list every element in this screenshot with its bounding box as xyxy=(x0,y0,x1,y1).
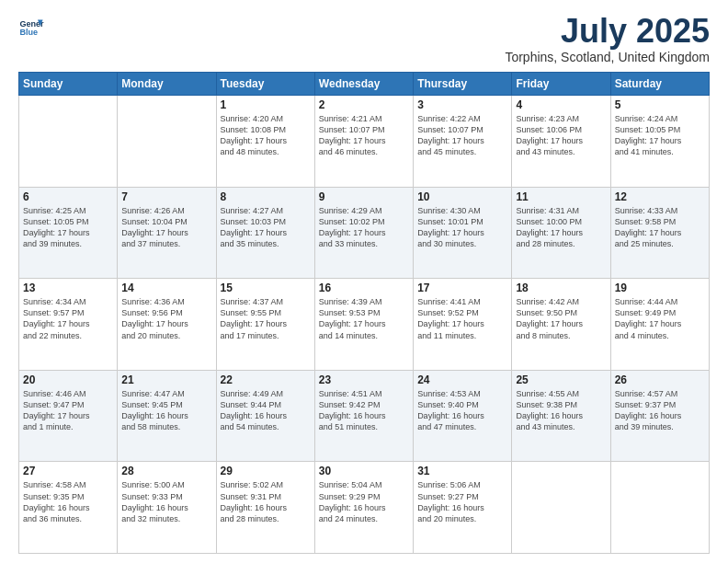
day-info: Sunrise: 4:37 AM Sunset: 9:55 PM Dayligh… xyxy=(221,296,311,341)
day-number: 12 xyxy=(615,190,705,203)
day-number: 22 xyxy=(221,373,311,386)
day-info: Sunrise: 5:02 AM Sunset: 9:31 PM Dayligh… xyxy=(221,479,311,524)
header: General Blue July 2025 Torphins, Scotlan… xyxy=(18,15,710,64)
day-number: 14 xyxy=(121,282,211,294)
day-number: 26 xyxy=(615,373,705,386)
subtitle: Torphins, Scotland, United Kingdom xyxy=(505,50,710,64)
day-info: Sunrise: 4:30 AM Sunset: 10:01 PM Daylig… xyxy=(417,205,507,250)
table-row: 23Sunrise: 4:51 AM Sunset: 9:42 PM Dayli… xyxy=(314,370,413,462)
main-title: July 2025 xyxy=(505,15,710,48)
calendar-header-row: Sunday Monday Tuesday Wednesday Thursday… xyxy=(19,73,710,96)
day-number: 23 xyxy=(319,373,409,386)
calendar-week-row: 6Sunrise: 4:25 AM Sunset: 10:05 PM Dayli… xyxy=(19,187,710,279)
col-tuesday: Tuesday xyxy=(216,73,314,96)
table-row: 11Sunrise: 4:31 AM Sunset: 10:00 PM Dayl… xyxy=(512,187,610,279)
day-number: 7 xyxy=(121,190,211,203)
day-number: 13 xyxy=(23,282,113,294)
table-row: 25Sunrise: 4:55 AM Sunset: 9:38 PM Dayli… xyxy=(512,370,610,462)
day-info: Sunrise: 4:49 AM Sunset: 9:44 PM Dayligh… xyxy=(221,388,311,433)
day-info: Sunrise: 4:31 AM Sunset: 10:00 PM Daylig… xyxy=(516,205,606,250)
day-number: 30 xyxy=(319,465,409,477)
day-info: Sunrise: 4:21 AM Sunset: 10:07 PM Daylig… xyxy=(319,113,409,158)
table-row xyxy=(610,462,709,554)
table-row: 4Sunrise: 4:23 AM Sunset: 10:06 PM Dayli… xyxy=(512,96,610,188)
table-row: 21Sunrise: 4:47 AM Sunset: 9:45 PM Dayli… xyxy=(118,370,216,462)
day-number: 5 xyxy=(615,98,705,111)
calendar-week-row: 13Sunrise: 4:34 AM Sunset: 9:57 PM Dayli… xyxy=(19,279,710,371)
title-block: July 2025 Torphins, Scotland, United Kin… xyxy=(505,15,710,64)
day-number: 9 xyxy=(319,190,409,203)
day-info: Sunrise: 4:27 AM Sunset: 10:03 PM Daylig… xyxy=(221,205,311,250)
table-row: 16Sunrise: 4:39 AM Sunset: 9:53 PM Dayli… xyxy=(314,279,413,371)
day-info: Sunrise: 4:29 AM Sunset: 10:02 PM Daylig… xyxy=(319,205,409,250)
page: General Blue July 2025 Torphins, Scotlan… xyxy=(0,0,728,563)
day-info: Sunrise: 4:22 AM Sunset: 10:07 PM Daylig… xyxy=(417,113,507,158)
col-sunday: Sunday xyxy=(19,73,118,96)
table-row: 17Sunrise: 4:41 AM Sunset: 9:52 PM Dayli… xyxy=(414,279,512,371)
col-wednesday: Wednesday xyxy=(314,73,413,96)
day-info: Sunrise: 4:26 AM Sunset: 10:04 PM Daylig… xyxy=(121,205,211,250)
day-number: 1 xyxy=(221,98,311,111)
day-number: 29 xyxy=(221,465,311,477)
day-number: 21 xyxy=(121,373,211,386)
day-info: Sunrise: 4:41 AM Sunset: 9:52 PM Dayligh… xyxy=(417,296,507,341)
day-number: 8 xyxy=(221,190,311,203)
table-row: 31Sunrise: 5:06 AM Sunset: 9:27 PM Dayli… xyxy=(414,462,512,554)
day-info: Sunrise: 4:42 AM Sunset: 9:50 PM Dayligh… xyxy=(516,296,606,341)
table-row: 18Sunrise: 4:42 AM Sunset: 9:50 PM Dayli… xyxy=(512,279,610,371)
day-number: 31 xyxy=(417,465,507,477)
day-number: 25 xyxy=(516,373,606,386)
day-number: 28 xyxy=(121,465,211,477)
table-row: 8Sunrise: 4:27 AM Sunset: 10:03 PM Dayli… xyxy=(216,187,314,279)
day-info: Sunrise: 4:34 AM Sunset: 9:57 PM Dayligh… xyxy=(23,296,113,341)
day-info: Sunrise: 4:53 AM Sunset: 9:40 PM Dayligh… xyxy=(417,388,507,433)
day-number: 24 xyxy=(417,373,507,386)
day-info: Sunrise: 4:57 AM Sunset: 9:37 PM Dayligh… xyxy=(615,388,705,433)
day-number: 6 xyxy=(23,190,113,203)
day-number: 20 xyxy=(23,373,113,386)
table-row xyxy=(512,462,610,554)
day-info: Sunrise: 4:55 AM Sunset: 9:38 PM Dayligh… xyxy=(516,388,606,433)
table-row: 6Sunrise: 4:25 AM Sunset: 10:05 PM Dayli… xyxy=(19,187,118,279)
table-row: 10Sunrise: 4:30 AM Sunset: 10:01 PM Dayl… xyxy=(414,187,512,279)
day-info: Sunrise: 4:36 AM Sunset: 9:56 PM Dayligh… xyxy=(121,296,211,341)
logo-icon: General Blue xyxy=(18,15,44,40)
day-info: Sunrise: 4:20 AM Sunset: 10:08 PM Daylig… xyxy=(221,113,311,158)
day-number: 27 xyxy=(23,465,113,477)
table-row: 24Sunrise: 4:53 AM Sunset: 9:40 PM Dayli… xyxy=(414,370,512,462)
col-monday: Monday xyxy=(118,73,216,96)
day-number: 15 xyxy=(221,282,311,294)
calendar-week-row: 20Sunrise: 4:46 AM Sunset: 9:47 PM Dayli… xyxy=(19,370,710,462)
table-row: 7Sunrise: 4:26 AM Sunset: 10:04 PM Dayli… xyxy=(118,187,216,279)
table-row: 2Sunrise: 4:21 AM Sunset: 10:07 PM Dayli… xyxy=(314,96,413,188)
day-info: Sunrise: 4:33 AM Sunset: 9:58 PM Dayligh… xyxy=(615,205,705,250)
day-number: 16 xyxy=(319,282,409,294)
col-friday: Friday xyxy=(512,73,610,96)
table-row: 5Sunrise: 4:24 AM Sunset: 10:05 PM Dayli… xyxy=(610,96,709,188)
logo: General Blue xyxy=(18,15,44,40)
table-row: 20Sunrise: 4:46 AM Sunset: 9:47 PM Dayli… xyxy=(19,370,118,462)
svg-text:Blue: Blue xyxy=(19,28,38,37)
table-row: 12Sunrise: 4:33 AM Sunset: 9:58 PM Dayli… xyxy=(610,187,709,279)
day-info: Sunrise: 4:39 AM Sunset: 9:53 PM Dayligh… xyxy=(319,296,409,341)
calendar-table: Sunday Monday Tuesday Wednesday Thursday… xyxy=(18,72,710,554)
table-row: 22Sunrise: 4:49 AM Sunset: 9:44 PM Dayli… xyxy=(216,370,314,462)
day-info: Sunrise: 4:58 AM Sunset: 9:35 PM Dayligh… xyxy=(23,479,113,524)
table-row: 27Sunrise: 4:58 AM Sunset: 9:35 PM Dayli… xyxy=(19,462,118,554)
day-info: Sunrise: 4:44 AM Sunset: 9:49 PM Dayligh… xyxy=(615,296,705,341)
calendar-week-row: 1Sunrise: 4:20 AM Sunset: 10:08 PM Dayli… xyxy=(19,96,710,188)
day-info: Sunrise: 4:51 AM Sunset: 9:42 PM Dayligh… xyxy=(319,388,409,433)
table-row: 15Sunrise: 4:37 AM Sunset: 9:55 PM Dayli… xyxy=(216,279,314,371)
table-row: 26Sunrise: 4:57 AM Sunset: 9:37 PM Dayli… xyxy=(610,370,709,462)
table-row: 29Sunrise: 5:02 AM Sunset: 9:31 PM Dayli… xyxy=(216,462,314,554)
day-info: Sunrise: 4:47 AM Sunset: 9:45 PM Dayligh… xyxy=(121,388,211,433)
table-row: 14Sunrise: 4:36 AM Sunset: 9:56 PM Dayli… xyxy=(118,279,216,371)
day-number: 11 xyxy=(516,190,606,203)
day-info: Sunrise: 4:24 AM Sunset: 10:05 PM Daylig… xyxy=(615,113,705,158)
day-info: Sunrise: 5:06 AM Sunset: 9:27 PM Dayligh… xyxy=(417,479,507,524)
day-info: Sunrise: 4:25 AM Sunset: 10:05 PM Daylig… xyxy=(23,205,113,250)
day-number: 4 xyxy=(516,98,606,111)
day-number: 19 xyxy=(615,282,705,294)
table-row: 13Sunrise: 4:34 AM Sunset: 9:57 PM Dayli… xyxy=(19,279,118,371)
calendar-week-row: 27Sunrise: 4:58 AM Sunset: 9:35 PM Dayli… xyxy=(19,462,710,554)
